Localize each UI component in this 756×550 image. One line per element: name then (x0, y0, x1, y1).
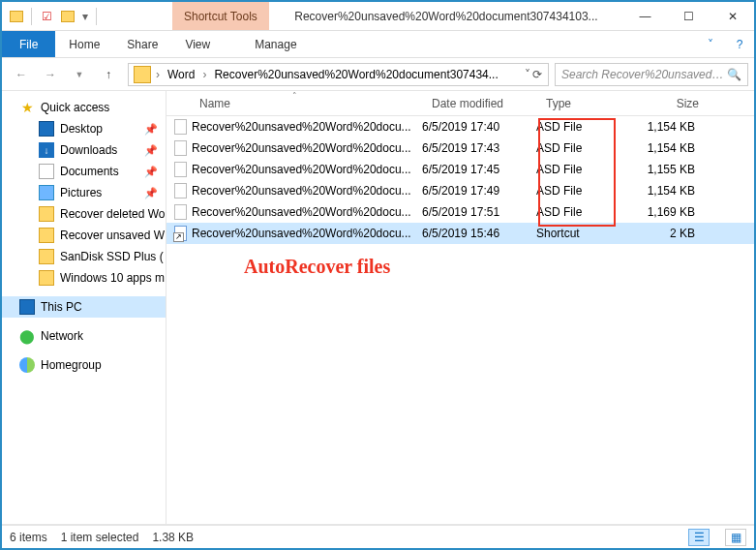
file-date: 6/5/2019 17:51 (422, 205, 536, 219)
tab-share[interactable]: Share (113, 31, 171, 57)
window-controls: — ☐ ✕ (623, 2, 754, 30)
computer-icon (19, 299, 35, 315)
status-selection: 1 item selected (61, 531, 139, 544)
file-date: 6/5/2019 17:45 (422, 163, 536, 176)
file-type: ASD File (536, 120, 623, 134)
monitor-icon (39, 121, 54, 137)
file-row[interactable]: Recover%20unsaved%20Word%20docu... 6/5/2… (166, 159, 754, 180)
thumbnails-view-button[interactable]: ▦ (725, 529, 746, 546)
file-date: 6/5/2019 17:43 (422, 141, 536, 155)
sidebar-label: Recover unsaved W (60, 229, 165, 242)
file-size: 1,154 KB (623, 141, 711, 155)
ribbon-expand-icon[interactable]: ˅ (696, 31, 725, 57)
tab-manage[interactable]: Manage (241, 31, 310, 57)
qat-dropdown-icon[interactable]: ▾ (80, 10, 90, 23)
sidebar-label: Documents (60, 165, 119, 178)
chevron-right-icon[interactable]: › (200, 68, 208, 81)
properties-icon[interactable]: ☑ (38, 8, 55, 25)
address-dropdown-icon[interactable]: ˅ (525, 68, 530, 81)
file-icon (174, 204, 187, 220)
file-size: 2 KB (623, 227, 711, 240)
sidebar-homegroup[interactable]: Homegroup (2, 354, 166, 376)
up-button[interactable]: ↑ (95, 62, 122, 87)
minimize-button[interactable]: — (623, 2, 667, 30)
pin-icon: 📌 (144, 144, 158, 157)
folder-icon (39, 206, 54, 222)
sidebar-label: This PC (41, 300, 82, 314)
close-button[interactable]: ✕ (711, 2, 754, 30)
file-name: Recover%20unsaved%20Word%20docu... (192, 184, 422, 198)
folder-icon (39, 270, 54, 286)
sidebar-this-pc[interactable]: This PC (2, 296, 166, 318)
recent-locations-icon[interactable]: ▼ (66, 62, 93, 87)
breadcrumb-segment[interactable]: Word (162, 68, 200, 81)
network-icon: ⬤ (19, 328, 35, 344)
column-type[interactable]: Type (540, 97, 627, 110)
file-type: ASD File (536, 141, 623, 155)
navigation-bar: ← → ▼ ↑ › Word › Recover%20unsaved%20Wor… (2, 58, 754, 91)
tab-home[interactable]: Home (55, 31, 113, 57)
pin-icon: 📌 (144, 166, 158, 178)
navigation-pane: ★ Quick access Desktop📌Downloads📌Documen… (2, 91, 166, 524)
folder-icon[interactable] (8, 8, 25, 25)
back-button[interactable]: ← (8, 62, 35, 87)
refresh-icon[interactable]: ⟳ (532, 68, 542, 81)
sidebar-item[interactable]: Recover deleted Wo (2, 203, 166, 225)
contextual-tab-label: Shortcut Tools (172, 2, 269, 30)
file-name: Recover%20unsaved%20Word%20docu... (192, 120, 422, 134)
help-icon[interactable]: ? (725, 31, 754, 57)
sidebar-quick-access[interactable]: ★ Quick access (2, 97, 166, 118)
file-row[interactable]: Recover%20unsaved%20Word%20docu... 6/5/2… (166, 180, 754, 201)
column-date[interactable]: Date modified (426, 97, 540, 110)
chevron-right-icon[interactable]: › (154, 68, 162, 81)
file-row[interactable]: Recover%20unsaved%20Word%20docu... 6/5/2… (166, 223, 754, 244)
file-date: 6/5/2019 17:49 (422, 184, 536, 198)
file-row[interactable]: Recover%20unsaved%20Word%20docu... 6/5/2… (166, 138, 754, 159)
folder-icon (39, 249, 54, 264)
breadcrumb-segment[interactable]: Recover%20unsaved%20Word%20document30743… (208, 68, 503, 81)
maximize-button[interactable]: ☐ (667, 2, 711, 30)
status-item-count: 6 items (10, 531, 47, 544)
column-size[interactable]: Size (627, 97, 714, 110)
sidebar-item[interactable]: Recover unsaved W (2, 225, 166, 246)
search-placeholder: Search Recover%20unsaved%... (561, 68, 727, 81)
file-size: 1,155 KB (623, 163, 711, 176)
forward-button: → (37, 62, 64, 87)
folder-icon (39, 228, 54, 243)
sidebar-item[interactable]: Documents📌 (2, 161, 166, 182)
sidebar-label: Network (41, 329, 83, 343)
sidebar-item[interactable]: Desktop📌 (2, 118, 166, 139)
column-headers: ˄ Name Date modified Type Size (166, 91, 754, 116)
file-type: ASD File (536, 184, 623, 198)
sidebar-label: SanDisk SSD Plus ( (60, 250, 164, 263)
quick-access-toolbar: ☑ ▾ (2, 2, 105, 30)
new-folder-icon[interactable] (59, 8, 76, 25)
file-tab[interactable]: File (2, 31, 55, 57)
pin-icon: 📌 (144, 187, 158, 199)
file-type: Shortcut (536, 227, 623, 240)
search-input[interactable]: Search Recover%20unsaved%... 🔍 (555, 63, 748, 86)
sidebar-network[interactable]: ⬤ Network (2, 325, 166, 347)
sidebar-item[interactable]: Pictures📌 (2, 182, 166, 203)
file-list-pane: ˄ Name Date modified Type Size Recover%2… (166, 91, 754, 524)
doc-icon (39, 164, 54, 179)
window-title: Recover%20unsaved%20Word%20document30743… (269, 2, 623, 30)
star-icon: ★ (19, 100, 35, 115)
file-icon (174, 119, 187, 135)
details-view-button[interactable]: ☰ (688, 529, 710, 546)
tab-view[interactable]: View (171, 31, 224, 57)
address-bar[interactable]: › Word › Recover%20unsaved%20Word%20docu… (128, 63, 549, 86)
sidebar-item[interactable]: Downloads📌 (2, 139, 166, 161)
file-size: 1,169 KB (623, 205, 711, 219)
file-row[interactable]: Recover%20unsaved%20Word%20docu... 6/5/2… (166, 116, 754, 138)
column-name[interactable]: Name (194, 97, 426, 110)
sidebar-item[interactable]: SanDisk SSD Plus ( (2, 246, 166, 267)
file-row[interactable]: Recover%20unsaved%20Word%20docu... 6/5/2… (166, 201, 754, 223)
file-name: Recover%20unsaved%20Word%20docu... (192, 163, 422, 176)
sidebar-label: Homegroup (41, 358, 102, 372)
file-size: 1,154 KB (623, 184, 711, 198)
status-size: 1.38 KB (152, 531, 194, 544)
sidebar-item[interactable]: Windows 10 apps m (2, 267, 166, 289)
search-icon: 🔍 (727, 68, 741, 81)
sort-indicator-icon: ˄ (292, 91, 297, 101)
